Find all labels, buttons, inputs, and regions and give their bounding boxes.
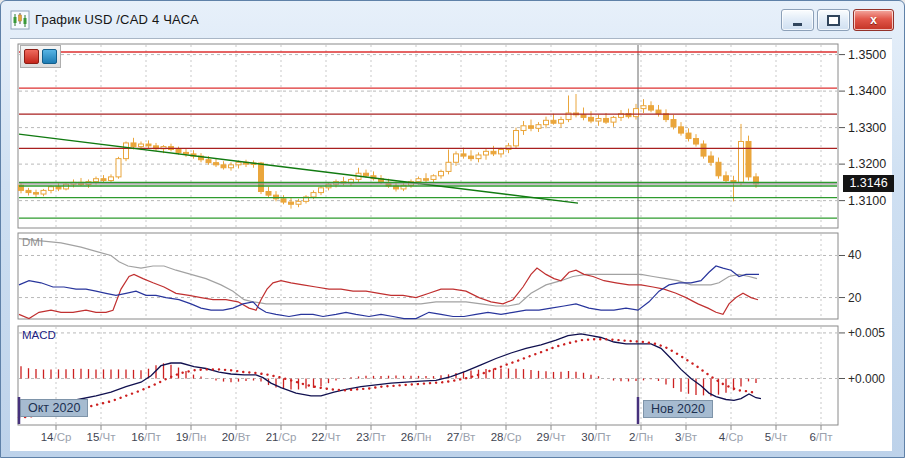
- month-badge-oct: Окт 2020: [20, 399, 88, 417]
- chart-mini-toolbar: [20, 45, 61, 68]
- date-label: 21/Ср: [258, 431, 304, 443]
- date-label: 6/Пт: [798, 431, 844, 443]
- chart-window: График USD /CAD 4 ЧАСА x DMI MACD Окт 20…: [0, 0, 905, 458]
- pane-frames: [18, 44, 838, 425]
- macd-pane-label: MACD: [22, 329, 56, 341]
- macd-tick-label: +0.000: [848, 372, 900, 386]
- date-label: 30/Пт: [573, 431, 619, 443]
- date-label: 28/Ср: [483, 431, 529, 443]
- date-label: 23/Пт: [348, 431, 394, 443]
- date-label: 4/Ср: [708, 431, 754, 443]
- date-label: 5/Чт: [753, 431, 799, 443]
- current-price-badge: 1.3146: [843, 175, 894, 192]
- price-tick-label: 1.3400: [848, 84, 898, 98]
- date-label: 16/Пт: [123, 431, 169, 443]
- red-tool-button[interactable]: [24, 49, 39, 64]
- dmi-pane-label: DMI: [22, 236, 43, 248]
- chart-canvas[interactable]: [1, 1, 904, 457]
- date-label: 29/Чт: [528, 431, 574, 443]
- date-label: 2/Пн: [618, 431, 664, 443]
- macd-tick-label: +0.005: [848, 326, 900, 340]
- chart-stage: DMI MACD Окт 2020 Нов 2020 1.3146 1.3500…: [1, 1, 904, 457]
- price-tick-label: 1.3200: [848, 157, 898, 171]
- date-label: 3/Вт: [663, 431, 709, 443]
- date-label: 20/Вт: [213, 431, 259, 443]
- date-label: 27/Вт: [438, 431, 484, 443]
- date-label: 14/Ср: [33, 431, 79, 443]
- date-label: 26/Пн: [393, 431, 439, 443]
- price-tick-label: 1.3300: [848, 121, 898, 135]
- month-badge-nov: Нов 2020: [643, 400, 713, 418]
- dmi-tick-label: 40: [848, 248, 900, 262]
- date-label: 22/Чт: [303, 431, 349, 443]
- blue-tool-button[interactable]: [42, 49, 57, 64]
- dmi-tick-label: 20: [848, 291, 900, 305]
- price-tick-label: 1.3500: [848, 48, 898, 62]
- date-label: 15/Чт: [78, 431, 124, 443]
- price-tick-label: 1.3100: [848, 194, 898, 208]
- date-label: 19/Пн: [168, 431, 214, 443]
